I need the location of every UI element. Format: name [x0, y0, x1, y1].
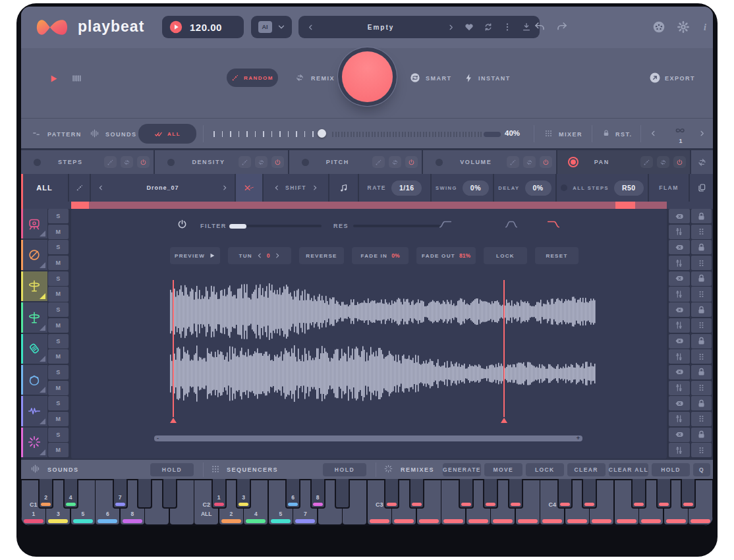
instrument-row-kick[interactable] [21, 209, 47, 238]
black-key-G#3[interactable] [483, 479, 498, 509]
black-key-F#2[interactable]: 6 [285, 479, 300, 509]
waveform-right-channel[interactable] [170, 345, 596, 403]
delay-value[interactable]: 0% [525, 181, 551, 196]
tab-pitch[interactable]: PITCH [289, 150, 422, 174]
mute-button-4[interactable]: M [48, 318, 69, 333]
all-steps-value[interactable]: R50 [614, 181, 644, 196]
instrument-corner-handle[interactable] [40, 356, 45, 362]
random-preset-icon[interactable] [484, 22, 493, 32]
tab-randomize-dice-icon[interactable] [640, 156, 653, 168]
solo-button-7[interactable]: S [48, 396, 69, 410]
instrument-row-hihat-open[interactable] [21, 302, 47, 332]
start-marker-handle[interactable] [170, 418, 177, 423]
black-key-F#3[interactable] [459, 479, 474, 509]
black-key-F#4[interactable] [631, 479, 646, 509]
tab-radio[interactable] [436, 159, 443, 166]
channel-2-dots-6-button[interactable] [691, 256, 712, 270]
tab-loop-icon[interactable] [657, 156, 669, 168]
remix-lock-button[interactable]: LOCK [526, 463, 564, 476]
trigger-pad-button[interactable] [342, 51, 393, 102]
tab-radio[interactable] [569, 158, 577, 166]
zoom-out-button[interactable]: - [157, 435, 159, 441]
sample-name[interactable]: Drone_07 [109, 184, 216, 191]
black-key-A#1[interactable] [162, 479, 177, 509]
channel-4-mute-tag-button[interactable] [669, 302, 690, 317]
randomize-amount-value[interactable]: 40% [505, 129, 520, 137]
randomize-sample-cell[interactable] [69, 174, 91, 202]
sample-end-marker[interactable] [503, 280, 505, 417]
reset-label[interactable]: RST. [615, 131, 633, 138]
instrument-corner-handle[interactable] [40, 449, 45, 455]
mute-button-5[interactable]: M [48, 349, 69, 364]
channel-7-mute-tag-button[interactable] [669, 396, 690, 410]
ai-mode-selector[interactable]: AI [251, 16, 292, 38]
tab-volume[interactable]: VOLUME [423, 150, 555, 174]
instrument-row-hihat-closed[interactable] [21, 271, 47, 301]
copy-cell[interactable] [690, 174, 713, 202]
random-button[interactable]: RANDOM [227, 69, 278, 87]
end-marker-handle[interactable] [501, 418, 507, 423]
save-preset-download-icon[interactable] [522, 22, 531, 32]
fade-in-control[interactable]: FADE IN 0% [352, 247, 409, 264]
sounds-hold-button[interactable]: HOLD [150, 463, 194, 476]
tab-randomize-dice-icon[interactable] [372, 156, 385, 168]
black-key-A#4[interactable] [681, 479, 696, 509]
res-slider[interactable] [353, 225, 440, 227]
shift-right-icon[interactable] [312, 184, 318, 191]
piano-keys-icon[interactable] [71, 73, 82, 84]
shift-left-icon[interactable] [273, 184, 280, 191]
tab-loop-icon[interactable] [389, 156, 401, 168]
solo-button-8[interactable]: S [48, 428, 69, 442]
remix-label[interactable]: REMIX [311, 75, 335, 82]
tab-loop-icon[interactable] [121, 156, 133, 168]
sounds-waveform-icon[interactable] [90, 128, 99, 138]
solo-button-6[interactable]: S [48, 365, 69, 379]
channel-3-mute-tag-button[interactable] [669, 271, 690, 286]
pattern-label[interactable]: PATTERN [47, 131, 82, 138]
remix-clear-button[interactable]: CLEAR [567, 463, 606, 476]
tab-power-icon[interactable] [137, 156, 150, 168]
reset-lock-icon[interactable] [602, 129, 610, 137]
mute-button-8[interactable]: M [48, 443, 69, 457]
settings-gear-icon[interactable] [677, 20, 690, 34]
tune-control[interactable]: TUN 0 [228, 247, 291, 264]
rate-value[interactable]: 1/16 [391, 181, 422, 196]
bpm-value[interactable]: 120.00 [190, 22, 222, 33]
tab-power-icon[interactable] [405, 156, 418, 168]
reset-sample-button[interactable]: RESET [535, 247, 579, 264]
channel-3-faders-button[interactable] [669, 287, 690, 301]
redo-icon[interactable] [556, 21, 568, 33]
channel-2-faders-button[interactable] [669, 256, 690, 270]
randomize-amount-slider-dashes[interactable] [332, 128, 501, 140]
tab-randomize-dice-icon[interactable] [104, 156, 117, 168]
sample-prev-icon[interactable] [98, 184, 104, 191]
black-key-D#3[interactable] [409, 479, 424, 509]
tune-down-icon[interactable] [256, 252, 263, 259]
loop-next-icon[interactable] [698, 130, 706, 137]
instrument-corner-handle[interactable] [40, 325, 45, 331]
preset-prev-icon[interactable] [307, 24, 314, 31]
instrument-corner-handle[interactable] [40, 387, 45, 393]
tab-loop-icon[interactable] [523, 156, 536, 168]
channel-3-dots-6-button[interactable] [691, 287, 712, 301]
channel-5-dots-6-button[interactable] [691, 349, 712, 364]
export-icon[interactable] [649, 72, 661, 84]
channel-8-dots-6-button[interactable] [691, 443, 712, 457]
channel-3-padlock-button[interactable] [691, 271, 712, 286]
all-rows-cell[interactable]: ALL [21, 174, 69, 202]
channel-7-faders-button[interactable] [669, 412, 690, 426]
black-key-C#1[interactable]: 2 [38, 479, 53, 509]
tab-randomize-dice-icon[interactable] [507, 156, 519, 168]
mute-button-1[interactable]: M [48, 225, 69, 239]
channel-6-dots-6-button[interactable] [691, 381, 712, 395]
channel-1-mute-tag-button[interactable] [669, 209, 690, 223]
tab-radio[interactable] [34, 159, 41, 166]
export-label[interactable]: EXPORT [665, 75, 695, 82]
filter-bandpass-icon[interactable] [503, 218, 519, 231]
remix-move-button[interactable]: MOVE [484, 463, 522, 476]
play-icon[interactable] [49, 74, 59, 84]
black-key-C#3[interactable] [384, 479, 399, 509]
remix-loop-icon[interactable] [295, 73, 304, 82]
undo-icon[interactable] [534, 21, 546, 33]
instrument-row-shaker[interactable] [21, 334, 47, 364]
